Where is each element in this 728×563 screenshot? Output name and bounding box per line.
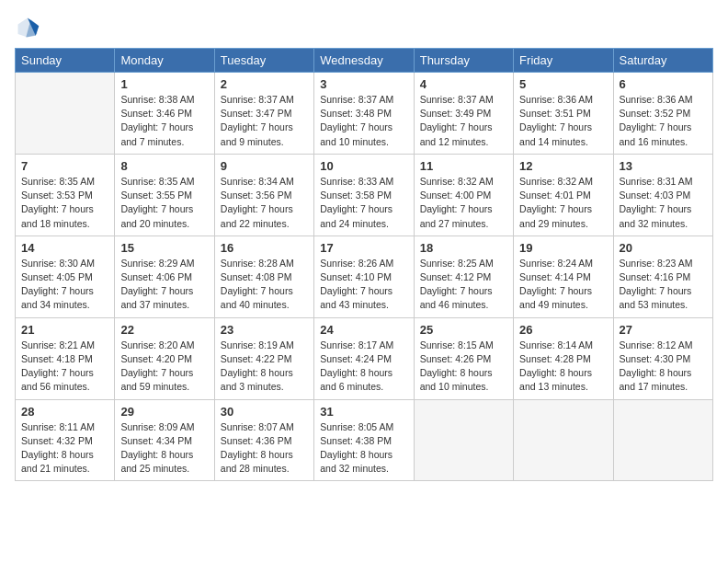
day-number: 20: [620, 241, 707, 255]
day-number: 5: [519, 77, 607, 91]
day-number: 28: [21, 405, 108, 419]
day-info: Sunrise: 8:35 AMSunset: 3:53 PMDaylight:…: [21, 175, 108, 231]
day-cell: 13Sunrise: 8:31 AMSunset: 4:03 PMDayligh…: [613, 154, 712, 236]
day-header-monday: Monday: [115, 49, 214, 73]
week-row-5: 28Sunrise: 8:11 AMSunset: 4:32 PMDayligh…: [16, 399, 713, 481]
day-number: 16: [221, 241, 308, 255]
day-number: 12: [519, 159, 607, 173]
day-cell: 9Sunrise: 8:34 AMSunset: 3:56 PMDaylight…: [214, 154, 313, 236]
header-row: SundayMondayTuesdayWednesdayThursdayFrid…: [16, 49, 713, 73]
day-number: 29: [120, 405, 208, 419]
day-number: 13: [620, 159, 707, 173]
day-cell: 8Sunrise: 8:35 AMSunset: 3:55 PMDaylight…: [115, 154, 214, 236]
day-number: 15: [120, 241, 208, 255]
day-cell: 15Sunrise: 8:29 AMSunset: 4:06 PMDayligh…: [115, 236, 214, 317]
day-cell: [514, 399, 613, 481]
day-number: 17: [320, 241, 407, 255]
day-cell: 27Sunrise: 8:12 AMSunset: 4:30 PMDayligh…: [613, 317, 712, 399]
day-cell: 19Sunrise: 8:24 AMSunset: 4:14 PMDayligh…: [514, 236, 613, 317]
day-cell: 21Sunrise: 8:21 AMSunset: 4:18 PMDayligh…: [16, 317, 115, 399]
day-info: Sunrise: 8:29 AMSunset: 4:06 PMDaylight:…: [120, 257, 208, 313]
day-info: Sunrise: 8:37 AMSunset: 3:49 PMDaylight:…: [420, 93, 507, 149]
day-number: 27: [620, 323, 707, 337]
day-cell: 5Sunrise: 8:36 AMSunset: 3:51 PMDaylight…: [514, 73, 613, 155]
day-info: Sunrise: 8:38 AMSunset: 3:46 PMDaylight:…: [120, 93, 208, 149]
day-info: Sunrise: 8:14 AMSunset: 4:28 PMDaylight:…: [519, 339, 607, 395]
day-info: Sunrise: 8:19 AMSunset: 4:22 PMDaylight:…: [221, 339, 308, 395]
day-cell: 4Sunrise: 8:37 AMSunset: 3:49 PMDaylight…: [414, 73, 513, 155]
day-info: Sunrise: 8:11 AMSunset: 4:32 PMDaylight:…: [21, 420, 108, 477]
day-info: Sunrise: 8:05 AMSunset: 4:38 PMDaylight:…: [320, 420, 407, 477]
day-number: 31: [320, 405, 407, 419]
day-info: Sunrise: 8:35 AMSunset: 3:55 PMDaylight:…: [120, 175, 208, 231]
day-info: Sunrise: 8:32 AMSunset: 4:00 PMDaylight:…: [420, 175, 507, 231]
day-header-thursday: Thursday: [414, 49, 513, 73]
day-info: Sunrise: 8:23 AMSunset: 4:16 PMDaylight:…: [620, 257, 707, 313]
day-number: 11: [420, 159, 507, 173]
day-number: 14: [21, 241, 108, 255]
day-number: 6: [620, 77, 707, 91]
day-cell: 16Sunrise: 8:28 AMSunset: 4:08 PMDayligh…: [214, 236, 313, 317]
day-info: Sunrise: 8:20 AMSunset: 4:20 PMDaylight:…: [120, 339, 208, 395]
day-cell: 25Sunrise: 8:15 AMSunset: 4:26 PMDayligh…: [414, 317, 513, 399]
day-cell: 31Sunrise: 8:05 AMSunset: 4:38 PMDayligh…: [314, 399, 414, 481]
day-info: Sunrise: 8:28 AMSunset: 4:08 PMDaylight:…: [221, 257, 308, 313]
day-header-friday: Friday: [514, 49, 613, 73]
logo-icon: [15, 15, 40, 40]
day-number: 10: [320, 159, 407, 173]
page-header: [15, 15, 713, 40]
day-info: Sunrise: 8:25 AMSunset: 4:12 PMDaylight:…: [420, 257, 507, 313]
day-info: Sunrise: 8:09 AMSunset: 4:34 PMDaylight:…: [120, 420, 208, 477]
week-row-4: 21Sunrise: 8:21 AMSunset: 4:18 PMDayligh…: [16, 317, 713, 399]
day-info: Sunrise: 8:31 AMSunset: 4:03 PMDaylight:…: [620, 175, 707, 231]
day-cell: 14Sunrise: 8:30 AMSunset: 4:05 PMDayligh…: [16, 236, 115, 317]
day-number: 19: [519, 241, 607, 255]
week-row-2: 7Sunrise: 8:35 AMSunset: 3:53 PMDaylight…: [16, 154, 713, 236]
day-number: 4: [420, 77, 507, 91]
day-cell: [16, 73, 115, 155]
day-info: Sunrise: 8:21 AMSunset: 4:18 PMDaylight:…: [21, 339, 108, 395]
day-header-saturday: Saturday: [613, 49, 712, 73]
day-info: Sunrise: 8:34 AMSunset: 3:56 PMDaylight:…: [221, 175, 308, 231]
day-number: 9: [221, 159, 308, 173]
day-cell: 20Sunrise: 8:23 AMSunset: 4:16 PMDayligh…: [613, 236, 712, 317]
day-info: Sunrise: 8:33 AMSunset: 3:58 PMDaylight:…: [320, 175, 407, 231]
day-cell: [414, 399, 513, 481]
day-info: Sunrise: 8:30 AMSunset: 4:05 PMDaylight:…: [21, 257, 108, 313]
day-cell: 10Sunrise: 8:33 AMSunset: 3:58 PMDayligh…: [314, 154, 414, 236]
day-info: Sunrise: 8:24 AMSunset: 4:14 PMDaylight:…: [519, 257, 607, 313]
day-cell: 30Sunrise: 8:07 AMSunset: 4:36 PMDayligh…: [214, 399, 313, 481]
day-cell: 29Sunrise: 8:09 AMSunset: 4:34 PMDayligh…: [115, 399, 214, 481]
day-number: 22: [120, 323, 208, 337]
day-number: 30: [221, 405, 308, 419]
day-header-sunday: Sunday: [16, 49, 115, 73]
day-info: Sunrise: 8:15 AMSunset: 4:26 PMDaylight:…: [420, 339, 507, 395]
day-cell: 18Sunrise: 8:25 AMSunset: 4:12 PMDayligh…: [414, 236, 513, 317]
day-number: 26: [519, 323, 607, 337]
day-number: 3: [320, 77, 407, 91]
calendar-table: SundayMondayTuesdayWednesdayThursdayFrid…: [15, 48, 713, 481]
day-info: Sunrise: 8:32 AMSunset: 4:01 PMDaylight:…: [519, 175, 607, 231]
day-number: 24: [320, 323, 407, 337]
day-number: 8: [120, 159, 208, 173]
day-info: Sunrise: 8:26 AMSunset: 4:10 PMDaylight:…: [320, 257, 407, 313]
day-cell: 7Sunrise: 8:35 AMSunset: 3:53 PMDaylight…: [16, 154, 115, 236]
day-info: Sunrise: 8:07 AMSunset: 4:36 PMDaylight:…: [221, 420, 308, 477]
day-info: Sunrise: 8:36 AMSunset: 3:52 PMDaylight:…: [620, 93, 707, 149]
day-cell: 28Sunrise: 8:11 AMSunset: 4:32 PMDayligh…: [16, 399, 115, 481]
day-info: Sunrise: 8:17 AMSunset: 4:24 PMDaylight:…: [320, 339, 407, 395]
day-info: Sunrise: 8:36 AMSunset: 3:51 PMDaylight:…: [519, 93, 607, 149]
day-cell: 22Sunrise: 8:20 AMSunset: 4:20 PMDayligh…: [115, 317, 214, 399]
day-cell: 12Sunrise: 8:32 AMSunset: 4:01 PMDayligh…: [514, 154, 613, 236]
day-header-tuesday: Tuesday: [214, 49, 313, 73]
day-number: 21: [21, 323, 108, 337]
week-row-1: 1Sunrise: 8:38 AMSunset: 3:46 PMDaylight…: [16, 73, 713, 155]
day-cell: 26Sunrise: 8:14 AMSunset: 4:28 PMDayligh…: [514, 317, 613, 399]
logo: [15, 15, 44, 40]
day-cell: 23Sunrise: 8:19 AMSunset: 4:22 PMDayligh…: [214, 317, 313, 399]
day-cell: 1Sunrise: 8:38 AMSunset: 3:46 PMDaylight…: [115, 73, 214, 155]
day-number: 2: [221, 77, 308, 91]
day-number: 23: [221, 323, 308, 337]
day-cell: 24Sunrise: 8:17 AMSunset: 4:24 PMDayligh…: [314, 317, 414, 399]
day-header-wednesday: Wednesday: [314, 49, 414, 73]
